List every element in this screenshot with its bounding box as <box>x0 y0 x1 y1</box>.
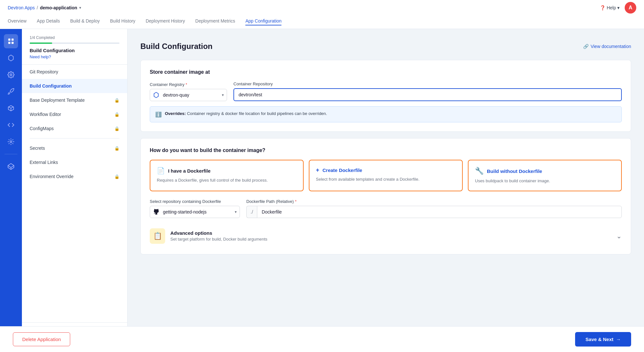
registry-select[interactable]: devtron-quay <box>150 89 227 101</box>
path-input[interactable] <box>257 206 622 218</box>
create-dockerfile-plus-icon: + <box>316 167 319 174</box>
build-options-row: 📄 I have a Dockerfile Requires a Dockerf… <box>150 160 622 191</box>
create-dockerfile-option-desc: Select from available templates and crea… <box>316 176 456 183</box>
sidebar-item-label-env-override: Environment Override <box>30 174 73 179</box>
advanced-options-chevron-icon: ⌄ <box>616 232 622 240</box>
registry-form-group: Container Registry * devtron-quay ▾ <box>150 82 227 101</box>
save-next-button[interactable]: Save & Next → <box>575 332 631 347</box>
footer-bar: Delete Application Save & Next → <box>0 326 644 352</box>
registry-select-wrapper: devtron-quay ▾ <box>150 89 227 101</box>
avatar: A <box>625 2 636 14</box>
progress-bar-fill <box>30 43 52 44</box>
build-option-buildpack[interactable]: 🔧 Build without Dockerfile Uses buildpac… <box>468 160 622 191</box>
repository-label: Container Repository <box>233 81 622 86</box>
sidebar-icon-gear2[interactable] <box>4 135 18 149</box>
main-content: Build Configuration 🔗 View documentation… <box>128 29 644 352</box>
repo-chevron-icon: ▾ <box>235 210 237 214</box>
lock-icon: 🔒 <box>114 98 119 103</box>
sidebar-icon-grid[interactable] <box>4 34 18 48</box>
lock-icon: 🔒 <box>114 146 119 151</box>
advanced-options-icon: 📋 <box>153 232 162 240</box>
save-next-label: Save & Next <box>585 337 613 342</box>
svg-rect-2 <box>8 42 10 44</box>
dockerfile-path-row: Select repository containing Dockerfile … <box>150 199 622 218</box>
nav-tab-app-details[interactable]: App Details <box>37 18 60 25</box>
sidebar-icon-cube[interactable] <box>4 101 18 115</box>
info-icon: ℹ️ <box>155 111 162 118</box>
build-question: How do you want to build the container i… <box>150 147 622 153</box>
repository-form-group: Container Repository <box>233 81 622 101</box>
registry-repo-row: Container Registry * devtron-quay ▾ C <box>150 81 622 101</box>
dockerfile-option-title: I have a Dockerfile <box>168 168 211 174</box>
nav-tab-build-history[interactable]: Build History <box>110 18 136 25</box>
view-documentation-link[interactable]: 🔗 View documentation <box>583 44 631 49</box>
doc-icon: 🔗 <box>583 44 589 49</box>
sidebar-item-external-links[interactable]: External Links <box>22 155 127 169</box>
sidebar-item-workflow-editor[interactable]: Workflow Editor 🔒 <box>22 107 127 121</box>
sidebar-icon-settings[interactable] <box>4 68 18 82</box>
svg-point-7 <box>10 141 12 143</box>
breadcrumb-parent[interactable]: Devtron Apps <box>8 5 35 10</box>
path-form-group: Dockerfile Path (Relative) * ./ <box>246 199 622 218</box>
sidebar-divider <box>30 138 119 138</box>
progress-label: 1/4 Completed <box>30 35 119 40</box>
page-header: Build Configuration 🔗 View documentation <box>140 42 631 51</box>
sidebar-icon-rocket[interactable] <box>4 84 18 99</box>
github-icon <box>153 209 159 215</box>
lock-icon: 🔒 <box>114 112 119 117</box>
nav-tab-app-configuration[interactable]: App Configuration <box>245 18 281 25</box>
help-label: Help <box>607 5 616 10</box>
sidebar-item-build-config[interactable]: Build Configuration <box>22 79 127 93</box>
sidebar-item-label-configmaps: ConfigMaps <box>30 126 54 131</box>
sidebar-item-label-build-config: Build Configuration <box>30 83 72 89</box>
help-chevron-icon: ▾ <box>617 5 620 10</box>
sidebar-item-git-repo[interactable]: Git Repository <box>22 65 127 79</box>
sidebar-item-configmaps[interactable]: ConfigMaps 🔒 <box>22 121 127 136</box>
buildpack-option-desc: Uses buildpack to build container image. <box>475 178 615 184</box>
repo-select[interactable]: getting-started-nodejs <box>150 206 240 218</box>
repository-input[interactable] <box>233 88 622 101</box>
advanced-options-icon-wrap: 📋 <box>150 228 165 244</box>
svg-marker-4 <box>9 55 14 61</box>
dockerfile-icon: 📄 <box>157 167 165 175</box>
path-prefix: ./ <box>246 206 257 218</box>
breadcrumb-separator: / <box>37 5 38 10</box>
nav-tab-deployment-metrics[interactable]: Deployment Metrics <box>195 18 235 25</box>
lock-icon: 🔒 <box>114 174 119 179</box>
registry-label: Container Registry * <box>150 82 227 87</box>
svg-rect-3 <box>12 42 14 44</box>
svg-rect-0 <box>8 39 10 41</box>
lock-icon: 🔒 <box>114 126 119 131</box>
sidebar-item-env-override[interactable]: Environment Override 🔒 <box>22 169 127 184</box>
override-text: Overrides: Container registry & docker f… <box>165 111 327 116</box>
sidebar-help-link[interactable]: Need help? <box>30 54 119 59</box>
advanced-options-title: Advanced options <box>170 230 267 236</box>
nav-tab-build-deploy[interactable]: Build & Deploy <box>70 18 100 25</box>
help-button[interactable]: ❓ Help ▾ <box>600 5 620 10</box>
nav-tab-overview[interactable]: Overview <box>8 18 26 25</box>
breadcrumb-chevron-icon[interactable]: ▾ <box>79 5 81 10</box>
svg-marker-10 <box>154 92 158 98</box>
sidebar-icon-code[interactable] <box>4 118 18 132</box>
svg-point-5 <box>10 74 12 76</box>
sidebar-item-base-deployment[interactable]: Base Deployment Template 🔒 <box>22 93 127 107</box>
path-input-wrapper: ./ <box>246 206 622 218</box>
override-notice: ℹ️ Overrides: Container registry & docke… <box>150 106 622 122</box>
registry-required-mark: * <box>185 82 187 87</box>
advanced-options-toggle[interactable]: 📋 Advanced options Set target platform f… <box>150 227 622 245</box>
build-option-dockerfile[interactable]: 📄 I have a Dockerfile Requires a Dockerf… <box>150 160 304 191</box>
path-required-mark: * <box>295 199 297 204</box>
path-label: Dockerfile Path (Relative) * <box>246 199 622 204</box>
sidebar-item-secrets[interactable]: Secrets 🔒 <box>22 141 127 155</box>
footer-delete-button[interactable]: Delete Application <box>13 332 70 346</box>
help-circle-icon: ❓ <box>600 5 605 10</box>
store-section-title: Store container image at <box>150 69 622 75</box>
sidebar-icon-hexagon[interactable] <box>4 51 18 65</box>
sidebar-icon-layers[interactable] <box>4 159 18 174</box>
svg-rect-1 <box>12 39 14 41</box>
store-image-card: Store container image at Container Regis… <box>140 60 631 132</box>
repo-select-group: Select repository containing Dockerfile … <box>150 199 240 218</box>
nav-tab-deployment-history[interactable]: Deployment History <box>146 18 185 25</box>
progress-bar-background <box>30 43 119 44</box>
build-option-create[interactable]: + Create Dockerfile Select from availabl… <box>309 160 463 191</box>
